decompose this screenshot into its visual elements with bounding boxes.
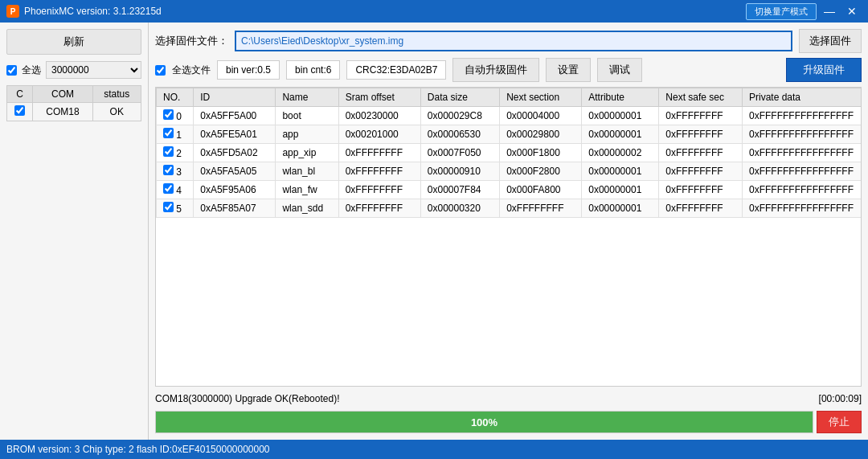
- select-all-checkbox[interactable]: [6, 65, 17, 76]
- file-path-input[interactable]: [235, 31, 792, 51]
- row-id: 0xA5FF5A00: [194, 107, 276, 125]
- row-id: 0xA5FD5A02: [194, 144, 276, 162]
- row-private-data: 0xFFFFFFFFFFFFFFFF: [743, 144, 862, 162]
- table-row: 50xA5F85A07wlan_sdd0xFFFFFFFF0x000003200…: [157, 199, 862, 218]
- table-header: ID: [194, 88, 276, 107]
- row-next-safe-sec: 0xFFFFFFFF: [659, 162, 743, 181]
- app-icon: P: [6, 5, 19, 18]
- refresh-button[interactable]: 刷新: [6, 29, 141, 55]
- select-all-label: 全选: [22, 64, 41, 77]
- row-name: boot: [276, 107, 338, 125]
- col-header-c: C: [7, 86, 33, 103]
- row-private-data: 0xFFFFFFFFFFFFFFFF: [743, 107, 862, 125]
- file-row: 选择固件文件： 选择固件: [155, 29, 862, 53]
- select-file-button[interactable]: 选择固件: [799, 29, 862, 53]
- table-header: Next section: [500, 88, 582, 107]
- title-bar: P PhoenixMC version: 3.1.23215d 切换量产模式 —…: [0, 0, 868, 23]
- row-attribute: 0x00000001: [582, 125, 659, 144]
- row-name: wlan_fw: [276, 181, 338, 199]
- bin-cnt-text: bin cnt:6: [286, 60, 340, 80]
- row-checkbox[interactable]: 4: [157, 181, 194, 199]
- title-bar-controls: 切换量产模式 — ✕: [746, 3, 862, 20]
- row-select-checkbox[interactable]: [163, 128, 174, 138]
- bottom-status-text: BROM version: 3 Chip type: 2 flash ID:0x…: [6, 444, 270, 455]
- row-next-safe-sec: 0xFFFFFFFF: [659, 144, 743, 162]
- col-header-com: COM: [33, 86, 92, 103]
- row-checkbox[interactable]: 1: [157, 125, 194, 144]
- status-time: [00:00:09]: [819, 393, 862, 404]
- row-next-safe-sec: 0xFFFFFFFF: [659, 125, 743, 144]
- select-all-files-checkbox[interactable]: [155, 65, 166, 76]
- table-row: 30xA5FA5A05wlan_bl0xFFFFFFFF0x000009100x…: [157, 162, 862, 181]
- row-select-checkbox[interactable]: [163, 202, 174, 212]
- firmware-table: NO.IDNameSram offsetData sizeNext sectio…: [156, 88, 862, 218]
- device-table: C COM status COM18 OK: [6, 85, 141, 121]
- row-next-safe-sec: 0xFFFFFFFF: [659, 181, 743, 199]
- row-sram-offset: 0xFFFFFFFF: [338, 144, 420, 162]
- row-select-checkbox[interactable]: [163, 109, 174, 120]
- row-select-checkbox[interactable]: [163, 146, 174, 157]
- auto-upgrade-button[interactable]: 自动升级固件: [452, 58, 539, 82]
- row-private-data: 0xFFFFFFFFFFFFFFFF: [743, 162, 862, 181]
- row-name: app: [276, 125, 338, 144]
- row-next-section: 0x000F2800: [500, 162, 582, 181]
- row-attribute: 0x00000001: [582, 181, 659, 199]
- row-checkbox[interactable]: 2: [157, 144, 194, 162]
- row-next-section: 0x000FA800: [500, 181, 582, 199]
- table-row: 10xA5FE5A01app0x002010000x000065300x0002…: [157, 125, 862, 144]
- row-private-data: 0xFFFFFFFFFFFFFFFF: [743, 125, 862, 144]
- row-id: 0xA5FA5A05: [194, 162, 276, 181]
- minimize-button[interactable]: —: [820, 3, 839, 19]
- table-row: 40xA5F95A06wlan_fw0xFFFFFFFF0x00007F840x…: [157, 181, 862, 199]
- row-id: 0xA5FE5A01: [194, 125, 276, 144]
- mode-switch-button[interactable]: 切换量产模式: [746, 3, 817, 20]
- row-sram-offset: 0xFFFFFFFF: [338, 199, 420, 218]
- main-container: 刷新 全选 3000000 1500000 115200 C COM statu…: [0, 23, 868, 440]
- select-all-files-label: 全选文件: [172, 64, 211, 77]
- row-sram-offset: 0xFFFFFFFF: [338, 181, 420, 199]
- row-sram-offset: 0xFFFFFFFF: [338, 162, 420, 181]
- row-data-size: 0x00000910: [420, 162, 499, 181]
- close-button[interactable]: ✕: [842, 3, 862, 19]
- device-checkbox-cell[interactable]: [7, 103, 33, 121]
- settings-button[interactable]: 设置: [546, 58, 591, 82]
- row-private-data: 0xFFFFFFFFFFFFFFFF: [743, 199, 862, 218]
- select-all-row: 全选 3000000 1500000 115200: [6, 61, 141, 79]
- table-row: 20xA5FD5A02app_xip0xFFFFFFFF0x0007F0500x…: [157, 144, 862, 162]
- table-header: Next safe sec: [659, 88, 743, 107]
- row-data-size: 0x000029C8: [420, 107, 499, 125]
- data-table-container[interactable]: NO.IDNameSram offsetData sizeNext sectio…: [155, 87, 862, 387]
- row-checkbox[interactable]: 0: [157, 107, 194, 125]
- row-sram-offset: 0x00201000: [338, 125, 420, 144]
- device-status: OK: [92, 103, 141, 121]
- file-label: 选择固件文件：: [155, 34, 228, 48]
- upgrade-button[interactable]: 升级固件: [786, 58, 862, 82]
- row-select-checkbox[interactable]: [163, 183, 174, 194]
- row-name: wlan_bl: [276, 162, 338, 181]
- row-next-section: 0x000F1800: [500, 144, 582, 162]
- device-com: COM18: [33, 103, 92, 121]
- bottom-bar: BROM version: 3 Chip type: 2 flash ID:0x…: [0, 440, 868, 459]
- stop-button[interactable]: 停止: [817, 411, 862, 433]
- row-attribute: 0x00000002: [582, 144, 659, 162]
- row-name: wlan_sdd: [276, 199, 338, 218]
- row-select-checkbox[interactable]: [163, 165, 174, 175]
- row-data-size: 0x00000320: [420, 199, 499, 218]
- row-checkbox[interactable]: 5: [157, 199, 194, 218]
- row-attribute: 0x00000001: [582, 199, 659, 218]
- title-bar-left: P PhoenixMC version: 3.1.23215d: [6, 5, 162, 18]
- device-row: COM18 OK: [7, 103, 141, 121]
- baudrate-select[interactable]: 3000000 1500000 115200: [46, 61, 141, 79]
- row-id: 0xA5F95A06: [194, 181, 276, 199]
- table-header: NO.: [157, 88, 194, 107]
- row-id: 0xA5F85A07: [194, 199, 276, 218]
- row-checkbox[interactable]: 3: [157, 162, 194, 181]
- progress-label: 100%: [156, 412, 813, 433]
- crc-text: CRC32:E3DA02B7: [346, 60, 446, 80]
- status-row: COM18(3000000) Upgrade OK(Rebooted)! [00…: [155, 391, 862, 406]
- bin-ver-text: bin ver:0.5: [217, 60, 280, 80]
- col-header-status: status: [92, 86, 141, 103]
- debug-button[interactable]: 调试: [597, 58, 642, 82]
- device-checkbox[interactable]: [14, 105, 25, 116]
- row-next-section: 0xFFFFFFFF: [500, 199, 582, 218]
